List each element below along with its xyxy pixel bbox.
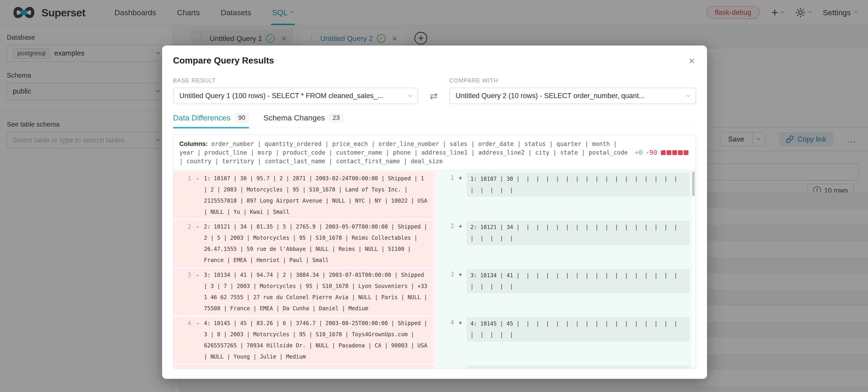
diff-added-line: 3 + 3: 10134 | 41 | | | | | | | | | | | …	[436, 269, 696, 315]
diff-row-pair: 3 - 3: 10134 | 41 | 94.74 | 2 | 3884.34 …	[174, 269, 696, 315]
diff-row-pair	[174, 365, 696, 368]
swap-icon: ⇄	[430, 90, 438, 102]
swap-queries-button[interactable]: ⇄	[418, 88, 449, 104]
scrollbar-thumb[interactable]	[692, 171, 695, 196]
base-result-label: BASE RESULT	[173, 77, 418, 84]
diff-added-line: 2 + 2: 10121 | 34 | | | | | | | | | | | …	[436, 221, 696, 267]
compare-with-label: COMPARE WITH	[449, 77, 696, 84]
chevron-down-icon	[686, 93, 690, 97]
base-result-select[interactable]: Untitled Query 1 (100 rows) - SELECT * F…	[173, 88, 418, 104]
close-icon[interactable]: ×	[687, 56, 696, 66]
removed-count: -90	[645, 149, 657, 157]
diff-stats: +0 -90	[635, 149, 690, 157]
diff-row-pair: 1 - 1: 10107 | 30 | 95.7 | 2 | 2871 | 20…	[174, 172, 696, 218]
diff-row-pair: 4 - 4: 10145 | 45 | 83.26 | 6 | 3746.7 |…	[174, 317, 696, 363]
removed-marker: -	[191, 270, 204, 314]
tab-data-differences[interactable]: Data Differences 90	[173, 113, 249, 128]
scrollbar-track[interactable]	[691, 170, 695, 368]
diff-container: Columns: order_number | quantity_ordered…	[173, 135, 696, 369]
diff-scroll-area[interactable]: 1 - 1: 10107 | 30 | 95.7 | 2 | 2871 | 20…	[174, 170, 696, 368]
added-count: +0	[635, 149, 643, 157]
removed-marker: -	[191, 173, 204, 218]
modal-tabs: Data Differences 90 Schema Changes 23	[173, 113, 696, 128]
tab-count-badge: 23	[329, 113, 343, 122]
diff-blocks-icon	[661, 150, 688, 155]
diff-added-line: 4 + 4: 10145 | 45 | | | | | | | | | | | …	[436, 317, 696, 363]
added-marker: +	[454, 172, 467, 184]
columns-label: Columns:	[179, 140, 208, 147]
compare-query-results-modal: Compare Query Results × BASE RESULT Unti…	[162, 46, 707, 379]
diff-row-pair: 2 - 2: 10121 | 34 | 81.35 | 5 | 2765.9 |…	[174, 221, 696, 267]
modal-title: Compare Query Results	[173, 56, 274, 65]
diff-removed-line: 2 - 2: 10121 | 34 | 81.35 | 5 | 2765.9 |…	[174, 221, 433, 267]
tab-count-badge: 90	[235, 113, 249, 122]
diff-removed-line	[174, 365, 433, 368]
added-marker: +	[454, 317, 467, 328]
diff-removed-line: 4 - 4: 10145 | 45 | 83.26 | 6 | 3746.7 |…	[174, 317, 433, 363]
compare-with-select[interactable]: Untitled Query 2 (10 rows) - SELECT orde…	[449, 88, 696, 104]
added-marker: +	[454, 269, 467, 280]
diff-columns-header: Columns: order_number | quantity_ordered…	[174, 135, 696, 170]
chevron-down-icon	[408, 93, 412, 97]
diff-removed-line: 3 - 3: 10134 | 41 | 94.74 | 2 | 3884.34 …	[174, 269, 433, 315]
removed-marker: -	[191, 221, 204, 266]
diff-added-line: 1 + 1: 10107 | 30 | | | | | | | | | | | …	[436, 172, 696, 218]
diff-removed-line: 1 - 1: 10107 | 30 | 95.7 | 2 | 2871 | 20…	[174, 172, 433, 218]
columns-list: Columns: order_number | quantity_ordered…	[179, 140, 635, 166]
added-marker: +	[454, 221, 467, 232]
diff-added-line	[436, 365, 696, 368]
tab-schema-changes[interactable]: Schema Changes 23	[264, 113, 343, 128]
removed-marker: -	[191, 318, 204, 362]
diff-body: 1 - 1: 10107 | 30 | 95.7 | 2 | 2871 | 20…	[174, 170, 696, 368]
